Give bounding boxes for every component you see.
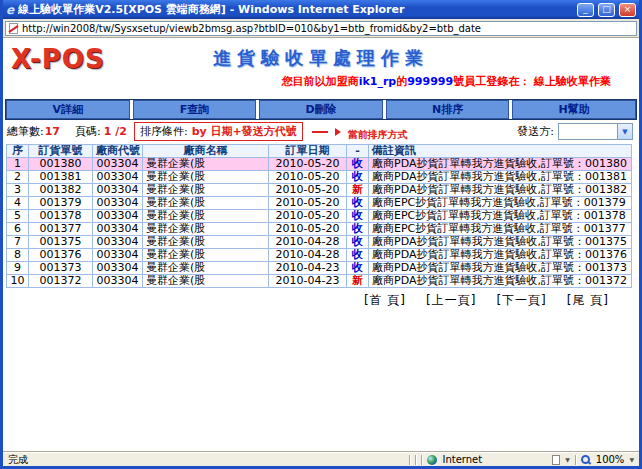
table-row[interactable]: 4001379003304曼群企業(股2010-05-20收廠商EPC抄貨訂單轉… [7,197,632,210]
table-row[interactable]: 5001378003304曼群企業(股2010-05-20收廠商EPC抄貨訂單轉… [7,210,632,223]
order-date: 2010-05-20 [269,158,347,171]
status-bar: 完成 Internet ▼ 100% ▼ [3,452,639,466]
vendor-name: 曼群企業(股 [143,262,269,275]
status-flag: 收 [347,158,369,171]
zoom-icon[interactable] [581,455,591,465]
page-content: X-POS 進貨驗收單處理作業 您目前以加盟商ik1_rp的999999號員工登… [3,38,639,452]
note: 廠商PDA抄貨訂單轉我方進貨驗收,訂單號：001380 [369,158,632,171]
status-flag: 收 [347,171,369,184]
toolbar-button-query[interactable]: F查詢 [133,100,257,119]
toolbar-button-sort[interactable]: N排序 [386,100,510,119]
login-message-segment: 線上驗收單作業 [534,75,611,88]
browser-window: e 線上驗收單作業V2.5[XPOS 雲端商務網] - Windows Inte… [0,0,642,469]
toolbar-button-help[interactable]: H幫助 [512,100,636,119]
status-menu-icon[interactable] [552,455,560,465]
sender-dropdown[interactable]: ▼ [558,123,633,140]
page-number-value: 1 /2 [104,125,127,138]
order-number: 001375 [29,236,93,249]
statusbar-separator [409,455,410,465]
vendor-code: 003304 [93,158,143,171]
table-row[interactable]: 8001376003304曼群企業(股2010-04-28收廠商PDA抄貨訂單轉… [7,249,632,262]
status-flag: 收 [347,197,369,210]
note: 廠商PDA抄貨訂單轉我方進貨驗收,訂單號：001372 [369,275,632,288]
toolbar: V詳細F查詢D刪除N排序H幫助 [5,99,637,120]
pagination-last[interactable]: [尾 頁] [567,292,609,309]
order-number: 001377 [29,223,93,236]
row-index: 9 [7,262,29,275]
note: 廠商EPC抄貨訂單轉我方進貨驗收,訂單號：001378 [369,210,632,223]
statusbar-separator [415,455,416,465]
maximize-button[interactable]: □ [598,3,615,17]
sort-arrow-icon [335,128,341,136]
status-flag: 收 [347,262,369,275]
column-header: 序 [7,145,29,158]
table-row[interactable]: 9001373003304曼群企業(股2010-04-23收廠商PDA抄貨訂單轉… [7,262,632,275]
zoom-caret-icon[interactable]: ▼ [629,456,634,463]
column-header: 廠商名稱 [143,145,269,158]
pagination-first[interactable]: [首 頁] [364,292,406,309]
address-input[interactable]: http://win2008/tw/Sysxsetup/viewb2bmsg.a… [5,21,637,36]
status-flag: 收 [347,249,369,262]
vendor-code: 003304 [93,210,143,223]
content-filler [3,309,639,452]
status-menu-caret-icon[interactable]: ▼ [565,456,570,463]
row-index: 10 [7,275,29,288]
toolbar-button-delete[interactable]: D刪除 [259,100,383,119]
pagination-prev[interactable]: [上一頁] [426,292,476,309]
order-number: 001372 [29,275,93,288]
address-bar: http://win2008/tw/Sysxsetup/viewb2bmsg.a… [3,19,639,38]
vendor-name: 曼群企業(股 [143,249,269,262]
statusbar-separator [421,455,422,465]
vendor-name: 曼群企業(股 [143,275,269,288]
page-number-label: 頁碼: [75,124,101,139]
window-title: 線上驗收單作業V2.5[XPOS 雲端商務網] - Windows Intern… [18,2,573,17]
login-message: 您目前以加盟商ik1_rp的999999號員工登錄在： 線上驗收單作業 [3,74,639,89]
vendor-code: 003304 [93,184,143,197]
order-date: 2010-04-23 [269,262,347,275]
zoom-level[interactable]: 100% [596,454,625,465]
table-row[interactable]: 1001380003304曼群企業(股2010-05-20收廠商PDA抄貨訂單轉… [7,158,632,171]
pagination: [首 頁][上一頁][下一頁][尾 頁] [3,288,639,309]
vendor-code: 003304 [93,223,143,236]
pagination-next[interactable]: [下一頁] [496,292,546,309]
row-index: 5 [7,210,29,223]
vendor-name: 曼群企業(股 [143,184,269,197]
table-row[interactable]: 3001382003304曼群企業(股2010-05-20新廠商PDA抄貨訂單轉… [7,184,632,197]
table-row[interactable]: 10001372003304曼群企業(股2010-04-23新廠商PDA抄貨訂單… [7,275,632,288]
row-index: 3 [7,184,29,197]
vendor-name: 曼群企業(股 [143,158,269,171]
order-number: 001380 [29,158,93,171]
order-date: 2010-04-28 [269,236,347,249]
table-row[interactable]: 6001377003304曼群企業(股2010-05-20收廠商EPC抄貨訂單轉… [7,223,632,236]
status-flag: 收 [347,210,369,223]
login-message-segment: 您目前以加盟商 [282,75,359,88]
chevron-down-icon[interactable]: ▼ [617,124,632,139]
url-text: http://win2008/tw/Sysxsetup/viewb2bmsg.a… [22,23,481,34]
vendor-code: 003304 [93,249,143,262]
sort-annotation: 當前排序方式 [348,122,408,142]
vendor-code: 003304 [93,236,143,249]
row-index: 7 [7,236,29,249]
row-index: 8 [7,249,29,262]
table-row[interactable]: 7001375003304曼群企業(股2010-04-28收廠商PDA抄貨訂單轉… [7,236,632,249]
status-flag: 新 [347,275,369,288]
vendor-code: 003304 [93,197,143,210]
total-count-value: 17 [45,125,60,138]
table-row[interactable]: 2001381003304曼群企業(股2010-05-20收廠商PDA抄貨訂單轉… [7,171,632,184]
status-text: 完成 [8,453,404,467]
order-date: 2010-05-20 [269,184,347,197]
vendor-code: 003304 [93,171,143,184]
sort-criteria-box: 排序條件: by 日期+發送方代號 [134,122,303,141]
login-message-segment: 號員工登錄在： [453,75,534,88]
order-date: 2010-04-23 [269,275,347,288]
row-index: 1 [7,158,29,171]
order-date: 2010-04-28 [269,249,347,262]
order-date: 2010-05-20 [269,210,347,223]
order-number: 001376 [29,249,93,262]
toolbar-button-detail[interactable]: V詳細 [6,100,130,119]
table-header-row: 序訂貨單號廠商代號廠商名稱訂單日期-備註資訊 [7,145,632,158]
close-button[interactable]: × [619,3,636,17]
minimize-button[interactable]: _ [577,3,594,17]
login-message-segment: 999999 [407,75,453,88]
order-number: 001373 [29,262,93,275]
